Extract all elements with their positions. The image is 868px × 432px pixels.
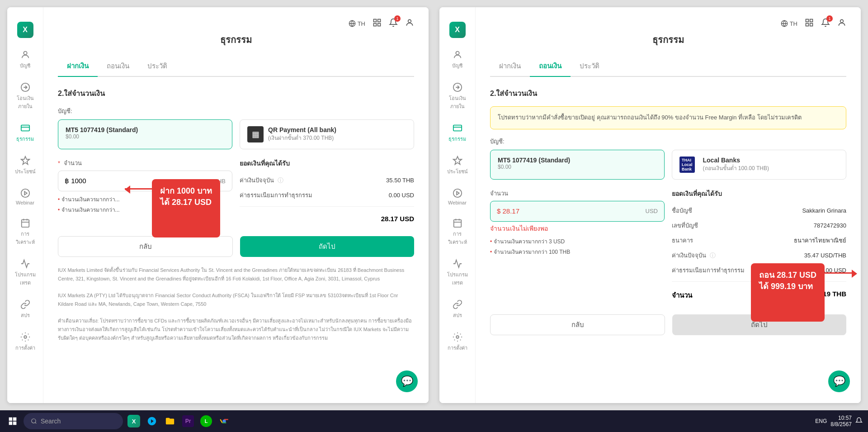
sidebar-label-calendar-1: การวิเคราะห์ [13, 230, 38, 246]
fee-row-1: ค่าธรรมเนียมการทำธุรกรรม 0.00 USD [240, 188, 414, 203]
tab-history-1[interactable]: ประวัติ [138, 56, 176, 77]
amount-input-2[interactable] [497, 207, 646, 215]
svg-rect-10 [378, 19, 381, 22]
sidebar-settings-2[interactable]: การตั้งค่า [441, 328, 474, 356]
sidebar-chart-2[interactable]: โปรแกรมเทรด [441, 254, 474, 291]
amount-input-1[interactable] [65, 177, 214, 185]
taskbar-iux-icon[interactable]: X [127, 414, 141, 428]
bell-icon-2[interactable]: 1 [821, 18, 830, 29]
sidebar-spr-2[interactable]: สปร [441, 295, 474, 324]
tabs-panel1: ฝากเงิน ถอนเงิน ประวัติ [58, 56, 414, 77]
svg-point-4 [21, 189, 29, 197]
fee-value-2: 0.00 USD [821, 267, 846, 274]
start-button[interactable] [5, 414, 20, 428]
account-cards-1: MT5 1077419 (Standard) $0.00 ▦ QR Paymen… [58, 119, 414, 149]
taskbar-search[interactable]: Search [24, 413, 123, 429]
sidebar-label-benefit-1: ประโยชน์ [15, 167, 36, 176]
user-icon-1[interactable] [405, 18, 414, 29]
back-button-2[interactable]: กลับ [490, 314, 665, 335]
apps-icon-1[interactable] [373, 18, 382, 29]
tabs-panel2: ฝากเงิน ถอนเงิน ประวัติ [490, 56, 846, 77]
tab-withdraw-1[interactable]: ถอนเงิน [98, 56, 138, 77]
acct-name-value-2: Sakkarin Grinara [802, 207, 846, 214]
lang-selector-1[interactable]: TH [349, 20, 365, 27]
sidebar-calendar-2[interactable]: การวิเคราะห์ [441, 214, 474, 251]
sidebar-transfer-2[interactable]: โอนเงินภายใน [441, 78, 474, 115]
sidebar-label-transfer-2: โอนเงินภายใน [445, 94, 470, 110]
lang-selector-2[interactable]: TH [781, 20, 797, 27]
total-value-1: 28.17 USD [381, 215, 414, 223]
tab-withdraw-2[interactable]: ถอนเงิน [530, 56, 571, 77]
sidebar-settings-1[interactable]: การตั้งค่า [9, 328, 42, 356]
apps-icon-2[interactable] [805, 18, 814, 29]
bank-label-2: ธนาคาร [672, 236, 693, 245]
bank-row-2: ธนาคาร ธนาคารไทยพาณิชย์ [672, 233, 846, 248]
legal-text-1: IUX Markets Limited จัดตั้งขึ้นร่วมกับ F… [58, 266, 414, 342]
svg-rect-9 [374, 19, 377, 22]
bank-value-2: ธนาคารไทยพาณิชย์ [794, 236, 846, 245]
acct-name-label-2: ชื่อบัญชี [672, 206, 692, 215]
taskbar-chrome-icon[interactable] [217, 414, 231, 428]
bank-card-2[interactable]: THAILocalBank Local Banks (ถอนเงินขั้นต่… [672, 150, 846, 180]
sidebar-webinar-1[interactable]: Webinar [9, 184, 42, 210]
bullet-list-1: จำนวนเงินควรมากกว่า... จำนวนเงินควรมากกว… [58, 194, 232, 215]
taskbar-explorer-icon[interactable] [145, 414, 159, 428]
rate-row-1: ค่าเงินปัจจุบัน ⓘ 35.50 THB [240, 173, 414, 188]
sidebar-account-1[interactable]: บัญชี [9, 45, 42, 74]
tab-deposit-1[interactable]: ฝากเงิน [58, 56, 98, 77]
btn-row-1: กลับ ถัดไป [58, 236, 414, 257]
svg-rect-11 [374, 24, 377, 26]
bullet-2-1: จำนวนเงินควรมากกว่า 3 USD [490, 236, 665, 247]
account-card-1[interactable]: MT5 1077419 (Standard) $0.00 [58, 119, 232, 149]
bullet-list-2: จำนวนเงินควรมากกว่า 3 USD จำนวนเงินควรมา… [490, 236, 665, 257]
amount-input-wrap-1[interactable]: THB [58, 171, 232, 191]
sidebar-label-transaction-2: ธุรกรรม [448, 135, 466, 143]
sidebar-webinar-2[interactable]: Webinar [441, 184, 474, 210]
qr-icon-1: ▦ [247, 126, 264, 142]
taskbar-line-icon[interactable]: L [199, 414, 213, 428]
chat-bubble-2[interactable]: 💬 [828, 370, 850, 392]
sidebar-label-spr-2: สปร [453, 311, 462, 319]
sidebar-transaction-1[interactable]: ธุรกรรม [9, 119, 42, 147]
taskbar-premiere-icon[interactable]: Pr [181, 414, 195, 428]
receive-title-1: ยอดเงินที่คุณได้รับ [240, 158, 414, 168]
next-button-2[interactable]: ถัดไป [672, 314, 846, 335]
legal-para-2: IUX Markets ZA (PTY) Ltd ได้รับอนุญาตจาก… [58, 291, 414, 308]
sidebar-calendar-1[interactable]: การวิเคราะห์ [9, 214, 42, 251]
taskbar: Search X Pr L ENG 10:57 8/8/2567 [0, 410, 868, 432]
svg-point-14 [456, 52, 459, 55]
taskbar-folder-icon[interactable] [163, 414, 177, 428]
taskbar-notification-icon[interactable] [855, 417, 863, 426]
sidebar-label-transfer-1: โอนเงินภายใน [13, 94, 38, 110]
back-button-1[interactable]: กลับ [58, 236, 233, 257]
amount-input-wrap-2[interactable]: USD [490, 201, 665, 222]
sidebar-chart-1[interactable]: โปรแกรมเทรด [9, 254, 42, 291]
sidebar-spr-1[interactable]: สปร [9, 295, 42, 324]
sidebar-transaction-2[interactable]: ธุรกรรม [441, 119, 474, 147]
rate-value-2: 35.47 USD/THB [804, 252, 846, 259]
required-mark-1: * [58, 160, 60, 166]
sidebar-account-2[interactable]: บัญชี [441, 45, 474, 74]
tab-deposit-2[interactable]: ฝากเงิน [490, 56, 530, 77]
fee-label-2: ค่าธรรมเนียมการทำธุรกรรม [672, 266, 745, 275]
sidebar-transfer-1[interactable]: โอนเงินภายใน [9, 78, 42, 115]
sidebar-label-calendar-2: การวิเคราะห์ [445, 230, 470, 246]
payment-name-1: QR Payment (All bank) [268, 126, 336, 133]
chat-bubble-1[interactable]: 💬 [396, 370, 418, 392]
account-card-2[interactable]: MT5 1077419 (Standard) $0.00 [490, 150, 665, 180]
account-name-2: MT5 1077419 (Standard) [498, 157, 657, 164]
svg-point-27 [840, 19, 844, 23]
next-button-1[interactable]: ถัดไป [240, 236, 414, 257]
svg-point-21 [456, 336, 459, 338]
amount-error-2: จำนวนเงินไม่เพียงพอ [490, 223, 665, 233]
payment-card-1[interactable]: ▦ QR Payment (All bank) (เงินฝากขั้นต่ำ … [240, 119, 414, 149]
sidebar-benefit-2[interactable]: ประโยชน์ [441, 151, 474, 180]
bell-icon-1[interactable]: 1 [389, 18, 398, 29]
sidebar-label-chart-2: โปรแกรมเทรด [445, 271, 470, 287]
user-icon-2[interactable] [837, 18, 846, 29]
receive-title-2: ยอดเงินที่คุณได้รับ [672, 189, 846, 199]
payment-sub-1: (เงินฝากขั้นต่ำ 370.00 THB) [268, 133, 336, 142]
logo-panel1: X [17, 22, 33, 38]
sidebar-benefit-1[interactable]: ประโยชน์ [9, 151, 42, 180]
tab-history-2[interactable]: ประวัติ [571, 56, 609, 77]
